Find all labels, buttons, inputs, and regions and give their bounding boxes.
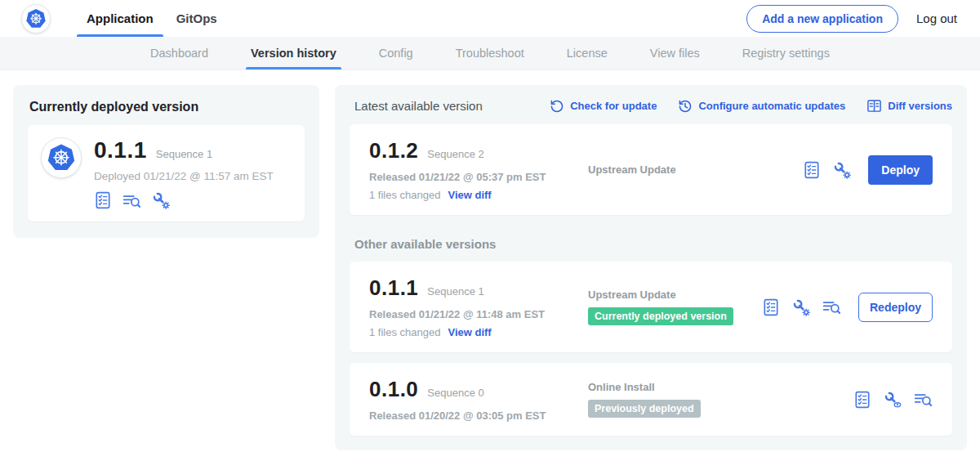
top-navbar: Application GitOps Add a new application… [0, 0, 980, 37]
configure-automatic-updates-link[interactable]: Configure automatic updates [678, 99, 845, 114]
version-sequence: Sequence 1 [427, 285, 483, 298]
previously-deployed-badge: Previously deployed [588, 400, 701, 418]
version-card-0-1-2: 0.1.2 Sequence 2 Released 01/21/22 @ 05:… [350, 124, 952, 215]
version-sequence: Sequence 0 [427, 387, 483, 399]
config-wrench-eye-icon[interactable] [884, 391, 902, 409]
view-diff-link[interactable]: View diff [448, 326, 491, 338]
deployed-version-number: 0.1.1 [94, 137, 147, 163]
version-info: 0.1.2 Sequence 2 Released 01/21/22 @ 05:… [369, 138, 588, 201]
deploy-button[interactable]: Deploy [868, 155, 933, 185]
released-timestamp: Released 01/21/22 @ 05:37 pm EST [369, 171, 588, 183]
deployed-sequence: Sequence 1 [156, 148, 212, 160]
version-number: 0.1.2 [369, 138, 418, 163]
diff-versions-link[interactable]: Diff versions [866, 98, 952, 114]
other-versions-title: Other available versions [354, 237, 952, 251]
version-info: 0.1.0 Sequence 0 Released 01/20/22 @ 03:… [369, 377, 588, 422]
source-label: Upstream Update [588, 289, 762, 301]
subnav-version-history[interactable]: Version history [251, 37, 336, 69]
kubernetes-logo [21, 4, 51, 34]
subnav-registry-settings[interactable]: Registry settings [742, 37, 830, 69]
add-application-button[interactable]: Add a new application [746, 5, 898, 33]
deployed-timestamp: Deployed 01/21/22 @ 11:57 am EST [94, 170, 274, 182]
source-label: Online Install [588, 381, 853, 393]
deployed-version-card: 0.1.1 Sequence 1 Deployed 01/21/22 @ 11:… [28, 125, 305, 222]
diff-versions-label: Diff versions [888, 100, 952, 112]
preflight-checks-icon[interactable] [803, 161, 821, 179]
section-subnav: Dashboard Version history Config Trouble… [0, 37, 980, 70]
subnav-view-files[interactable]: View files [650, 37, 700, 69]
preflight-checks-icon[interactable] [762, 298, 780, 316]
currently-deployed-badge: Currently deployed version [588, 307, 733, 325]
currently-deployed-title: Currently deployed version [28, 100, 305, 114]
released-timestamp: Released 01/20/22 @ 03:05 pm EST [369, 410, 588, 422]
version-number: 0.1.1 [369, 275, 418, 301]
config-wrench-gear-icon[interactable] [792, 298, 810, 316]
deploy-logs-icon[interactable] [822, 298, 841, 316]
version-actions [853, 391, 933, 409]
version-sequence: Sequence 2 [427, 148, 483, 160]
version-toolbar: Check for update Configure automatic upd… [550, 98, 952, 114]
clock-refresh-icon [678, 99, 693, 114]
main-content: Currently deployed version 0.1.1 Sequenc… [0, 70, 980, 461]
version-source: Upstream Update [588, 163, 803, 176]
tab-gitops-label: GitOps [176, 11, 217, 25]
version-source: Upstream Update Currently deployed versi… [588, 289, 762, 325]
tab-application-label: Application [87, 11, 154, 25]
version-actions: Redeploy [762, 293, 933, 322]
app-tabs: Application GitOps [75, 0, 229, 37]
tab-application[interactable]: Application [75, 0, 165, 37]
deploy-logs-icon[interactable] [914, 391, 933, 408]
deploy-logs-icon[interactable] [122, 192, 141, 209]
view-diff-link[interactable]: View diff [448, 189, 491, 201]
version-info: 0.1.1 Sequence 1 Released 01/21/22 @ 11:… [369, 275, 588, 338]
latest-section-title: Latest available version [350, 99, 483, 113]
subnav-license[interactable]: License [567, 37, 608, 69]
redeploy-button[interactable]: Redeploy [858, 293, 933, 322]
source-label: Upstream Update [588, 163, 803, 176]
subnav-config[interactable]: Config [379, 37, 413, 69]
tab-gitops[interactable]: GitOps [165, 0, 229, 37]
currently-deployed-panel: Currently deployed version 0.1.1 Sequenc… [13, 85, 319, 238]
diff-icon [866, 98, 882, 114]
version-card-0-1-0: 0.1.0 Sequence 0 Released 01/20/22 @ 03:… [350, 363, 952, 436]
latest-version-header: Latest available version Check for updat… [350, 98, 952, 114]
subnav-dashboard[interactable]: Dashboard [150, 37, 208, 69]
config-wrench-gear-icon[interactable] [152, 191, 170, 209]
logout-link[interactable]: Log out [916, 11, 957, 25]
preflight-checks-icon[interactable] [853, 391, 871, 409]
topbar-actions: Add a new application Log out [746, 5, 957, 33]
preflight-checks-icon[interactable] [94, 191, 112, 209]
version-card-0-1-1: 0.1.1 Sequence 1 Released 01/21/22 @ 11:… [350, 262, 952, 352]
check-for-update-label: Check for update [570, 100, 657, 112]
refresh-icon [550, 99, 564, 114]
released-timestamp: Released 01/21/22 @ 11:48 am EST [369, 308, 588, 320]
files-changed-label: 1 files changed [369, 189, 440, 201]
deployed-version-info: 0.1.1 Sequence 1 Deployed 01/21/22 @ 11:… [94, 137, 274, 209]
version-history-panel: Latest available version Check for updat… [335, 85, 967, 450]
version-number: 0.1.0 [369, 377, 418, 402]
app-logo-icon [41, 137, 82, 178]
config-wrench-gear-icon[interactable] [833, 161, 851, 179]
version-actions: Deploy [803, 155, 933, 185]
files-changed-label: 1 files changed [369, 326, 440, 338]
subnav-troubleshoot[interactable]: Troubleshoot [456, 37, 524, 69]
version-source: Online Install Previously deployed [588, 381, 853, 418]
check-for-update-link[interactable]: Check for update [550, 99, 657, 114]
configure-automatic-updates-label: Configure automatic updates [698, 100, 845, 112]
